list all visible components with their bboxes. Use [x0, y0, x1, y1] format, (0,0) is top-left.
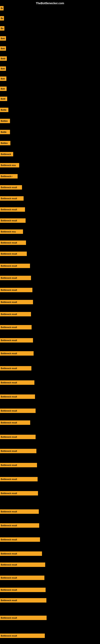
- bar-item-25: Bottleneck result: [0, 264, 30, 268]
- bar-item-1: Bo: [0, 6, 3, 10]
- bar-label-7: Bott: [1, 68, 5, 70]
- bar-item-37: Bottleneck result: [0, 420, 30, 425]
- bar-label-49: Bottleneck result: [1, 589, 17, 591]
- bar-item-39: Bottleneck result: [0, 449, 36, 453]
- bar-label-50: Bottleneck result: [1, 599, 17, 602]
- site-title: TheBottlenecker.com: [36, 2, 64, 5]
- bar-label-42: Bottleneck result: [1, 492, 17, 494]
- bar-item-28: Bottleneck result: [0, 300, 33, 304]
- bar-item-4: Bott: [0, 36, 6, 41]
- bar-item-18: Bottleneck result: [0, 185, 22, 190]
- bar-item-52: Bottleneck result: [0, 634, 45, 638]
- bar-label-34: Bottleneck result: [1, 382, 17, 384]
- bar-label-24: Bottleneck result: [1, 253, 17, 255]
- bar-label-29: Bottleneck result: [1, 313, 17, 315]
- bar-label-41: Bottleneck result: [1, 478, 17, 480]
- bar-label-12: Bottlen: [1, 120, 8, 122]
- bar-item-44: Bottleneck result: [0, 523, 39, 528]
- bar-item-51: Bottleneck result: [0, 616, 47, 620]
- bar-label-8: Bott: [1, 78, 5, 80]
- bar-item-9: Bott: [0, 86, 7, 91]
- bar-item-40: Bottleneck result: [0, 463, 37, 467]
- bar-item-45: Bottleneck result: [0, 537, 40, 542]
- bar-item-13: Bottle: [0, 130, 10, 134]
- bar-item-31: Bottleneck result: [0, 338, 33, 342]
- bar-item-23: Bottleneck result: [0, 240, 26, 245]
- bar-item-3: Bo: [0, 26, 4, 30]
- bar-label-20: Bottleneck result: [1, 208, 17, 211]
- bar-label-35: Bottleneck result: [1, 396, 17, 398]
- bar-label-4: Bott: [1, 38, 5, 40]
- bar-item-24: Bottleneck result: [0, 252, 27, 256]
- bar-label-3: Bo: [1, 27, 3, 30]
- bar-item-48: Bottleneck result: [0, 576, 44, 580]
- bar-label-37: Bottleneck result: [1, 422, 17, 424]
- bar-label-39: Bottleneck result: [1, 450, 17, 452]
- bar-label-44: Bottleneck result: [1, 524, 17, 527]
- bar-item-29: Bottleneck result: [0, 312, 31, 316]
- bar-label-9: Bott: [1, 88, 5, 90]
- bar-label-52: Bottleneck result: [1, 635, 17, 637]
- bar-item-19: Bottleneck result: [0, 196, 24, 201]
- bar-item-10: Bottl: [0, 96, 7, 101]
- bar-label-5: Bott: [1, 48, 5, 50]
- bar-label-31: Bottleneck result: [1, 339, 17, 342]
- bar-item-36: Bottleneck result: [0, 408, 36, 413]
- bar-item-33: Bottleneck result: [0, 366, 31, 370]
- bar-item-12: Bottlen: [0, 119, 10, 123]
- bar-item-21: Bottleneck result: [0, 218, 26, 223]
- bar-label-23: Bottleneck result: [1, 242, 17, 244]
- bar-item-20: Bottleneck result: [0, 207, 25, 212]
- bar-label-2: Bo: [1, 17, 3, 20]
- bar-label-1: Bo: [1, 7, 3, 10]
- bar-label-51: Bottleneck result: [1, 617, 17, 619]
- bar-item-34: Bottleneck result: [0, 380, 34, 385]
- bar-label-27: Bottleneck result: [1, 289, 17, 291]
- bar-label-21: Bottleneck result: [1, 220, 17, 222]
- bar-item-41: Bottleneck result: [0, 477, 38, 482]
- bar-label-48: Bottleneck result: [1, 577, 17, 579]
- bar-item-27: Bottleneck result: [0, 288, 32, 292]
- bar-item-47: Bottleneck result: [0, 562, 45, 567]
- bar-item-15: Bottleneck: [0, 152, 13, 156]
- bar-label-32: Bottleneck result: [1, 352, 17, 354]
- bar-label-26: Bottleneck result: [1, 277, 17, 279]
- bar-label-28: Bottleneck result: [1, 301, 17, 303]
- bar-item-5: Bott: [0, 46, 6, 51]
- bar-item-43: Bottleneck result: [0, 509, 39, 514]
- bar-label-15: Bottleneck: [1, 153, 11, 155]
- bar-label-6: Bottl: [1, 58, 5, 60]
- bar-item-14: Bottlen: [0, 141, 10, 145]
- bar-item-7: Bott: [0, 66, 6, 71]
- bar-item-22: Bottleneck resu: [0, 230, 23, 234]
- bar-label-33: Bottleneck result: [1, 367, 17, 370]
- bar-item-32: Bottleneck result: [0, 351, 34, 356]
- bar-label-45: Bottleneck result: [1, 538, 17, 541]
- bar-label-16: Bottleneck resu: [1, 164, 16, 166]
- bar-label-43: Bottleneck result: [1, 510, 17, 513]
- bar-item-49: Bottleneck result: [0, 588, 46, 592]
- bar-label-30: Bottleneck result: [1, 326, 17, 328]
- bar-item-2: Bo: [0, 16, 4, 20]
- bar-label-13: Bottle: [1, 131, 6, 133]
- bar-item-50: Bottleneck result: [0, 598, 47, 602]
- bar-item-8: Bott: [0, 76, 6, 81]
- bar-label-22: Bottleneck resu: [1, 231, 16, 233]
- bar-label-46: Bottleneck result: [1, 553, 17, 555]
- bar-item-35: Bottleneck result: [0, 394, 35, 399]
- bar-label-40: Bottleneck result: [1, 464, 17, 466]
- bar-label-47: Bottleneck result: [1, 564, 17, 566]
- bar-item-30: Bottleneck result: [0, 325, 32, 330]
- bar-item-38: Bottleneck result: [0, 435, 36, 439]
- bar-label-38: Bottleneck result: [1, 436, 17, 438]
- bar-item-42: Bottleneck result: [0, 491, 38, 496]
- bar-item-6: Bottl: [0, 56, 7, 61]
- bar-label-10: Bottl: [1, 98, 5, 100]
- bar-item-26: Bottleneck result: [0, 276, 31, 280]
- bar-item-11: Bottle: [0, 108, 8, 112]
- bar-label-11: Bottle: [1, 109, 6, 111]
- bar-label-36: Bottleneck result: [1, 410, 17, 412]
- bar-item-16: Bottleneck resu: [0, 163, 19, 168]
- bar-label-25: Bottleneck result: [1, 265, 17, 267]
- bar-item-17: Bottleneck r: [0, 174, 18, 178]
